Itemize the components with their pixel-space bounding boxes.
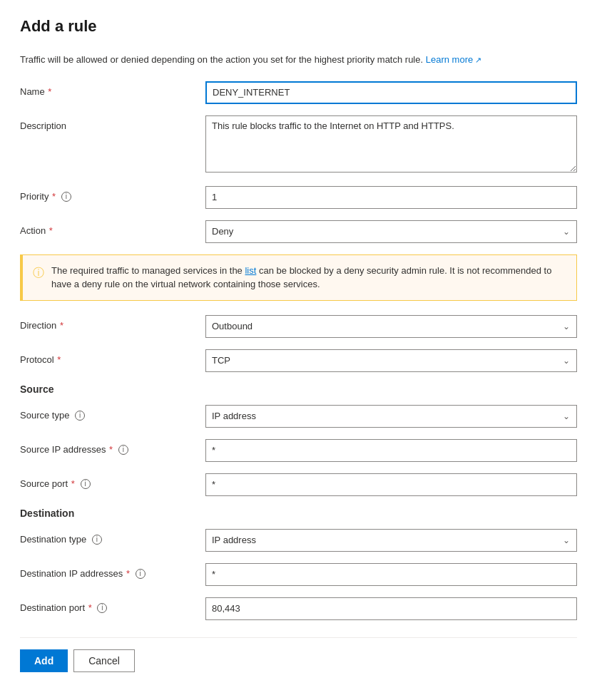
dest-port-control (205, 597, 577, 620)
direction-label: Direction * (20, 315, 205, 332)
warning-box: ⓘ The required traffic to managed servic… (20, 254, 577, 301)
source-type-select-wrapper: IP address Service tag ⌄ (205, 405, 577, 428)
action-label: Action * (20, 220, 205, 237)
protocol-required-marker: * (55, 354, 61, 365)
direction-select[interactable]: Inbound Outbound (205, 315, 577, 338)
source-port-row: Source port * i (20, 473, 577, 496)
dest-type-select[interactable]: IP address Service tag (205, 529, 577, 552)
direction-row: Direction * Inbound Outbound ⌄ (20, 315, 577, 338)
source-type-row: Source type i IP address Service tag ⌄ (20, 405, 577, 428)
page-title: Add a rule (20, 17, 577, 36)
dest-ip-info-icon[interactable]: i (136, 569, 146, 579)
dest-port-label: Destination port * i (20, 597, 205, 614)
protocol-control: Any TCP UDP ICMP ⌄ (205, 349, 577, 372)
protocol-label: Protocol * (20, 349, 205, 366)
name-input[interactable] (205, 81, 577, 104)
action-select[interactable]: Allow Deny Always Allow (205, 220, 577, 243)
source-ip-row: Source IP addresses * i (20, 439, 577, 462)
warning-text: The required traffic to managed services… (51, 264, 566, 292)
source-ip-control (205, 439, 577, 462)
source-ip-info-icon[interactable]: i (118, 445, 128, 455)
name-control (205, 81, 577, 104)
direction-control: Inbound Outbound ⌄ (205, 315, 577, 338)
dest-ip-row: Destination IP addresses * i (20, 563, 577, 586)
add-button[interactable]: Add (20, 649, 68, 672)
dest-type-select-wrapper: IP address Service tag ⌄ (205, 529, 577, 552)
warning-icon: ⓘ (33, 264, 44, 282)
protocol-select[interactable]: Any TCP UDP ICMP (205, 349, 577, 372)
source-port-control (205, 473, 577, 496)
warning-list-link[interactable]: list (245, 265, 256, 276)
source-ip-label: Source IP addresses * i (20, 439, 205, 456)
source-ip-required-marker: * (106, 444, 113, 455)
learn-more-link[interactable]: Learn more↗ (426, 54, 481, 65)
dest-type-row: Destination type i IP address Service ta… (20, 529, 577, 552)
source-port-info-icon[interactable]: i (81, 479, 91, 489)
destination-section-header: Destination (20, 508, 577, 519)
dest-ip-control (205, 563, 577, 586)
priority-required-marker: * (49, 191, 56, 202)
description-textarea[interactable]: This rule blocks traffic to the Internet… (205, 115, 577, 173)
dest-port-input[interactable] (205, 597, 577, 620)
protocol-row: Protocol * Any TCP UDP ICMP ⌄ (20, 349, 577, 372)
name-label: Name * (20, 81, 205, 98)
source-type-label: Source type i (20, 405, 205, 422)
info-description: Traffic will be allowed or denied depend… (20, 53, 577, 67)
dest-type-control: IP address Service tag ⌄ (205, 529, 577, 552)
action-row: Action * Allow Deny Always Allow ⌄ (20, 220, 577, 243)
name-required-marker: * (46, 86, 52, 97)
dest-port-row: Destination port * i (20, 597, 577, 620)
dest-ip-input[interactable] (205, 563, 577, 586)
source-ip-input[interactable] (205, 439, 577, 462)
source-port-input[interactable] (205, 473, 577, 496)
description-control: This rule blocks traffic to the Internet… (205, 115, 577, 175)
priority-label: Priority * i (20, 186, 205, 203)
description-label: Description (20, 115, 205, 133)
action-control: Allow Deny Always Allow ⌄ (205, 220, 577, 243)
cancel-button[interactable]: Cancel (73, 649, 135, 672)
direction-select-wrapper: Inbound Outbound ⌄ (205, 315, 577, 338)
dest-port-required-marker: * (86, 602, 92, 613)
source-type-info-icon[interactable]: i (75, 411, 85, 421)
protocol-select-wrapper: Any TCP UDP ICMP ⌄ (205, 349, 577, 372)
action-required-marker: * (46, 225, 53, 236)
action-select-wrapper: Allow Deny Always Allow ⌄ (205, 220, 577, 243)
source-port-label: Source port * i (20, 473, 205, 490)
priority-row: Priority * i (20, 186, 577, 209)
priority-info-icon[interactable]: i (61, 192, 71, 202)
external-link-icon: ↗ (475, 56, 481, 64)
source-section-header: Source (20, 384, 577, 395)
source-port-required-marker: * (68, 478, 75, 489)
source-type-select[interactable]: IP address Service tag (205, 405, 577, 428)
name-row: Name * (20, 81, 577, 104)
dest-type-label: Destination type i (20, 529, 205, 546)
priority-control (205, 186, 577, 209)
dest-type-info-icon[interactable]: i (92, 535, 102, 545)
dest-ip-required-marker: * (123, 568, 130, 579)
dest-ip-label: Destination IP addresses * i (20, 563, 205, 580)
priority-input[interactable] (205, 186, 577, 209)
direction-required-marker: * (57, 320, 63, 331)
source-type-control: IP address Service tag ⌄ (205, 405, 577, 428)
dest-port-info-icon[interactable]: i (97, 603, 107, 613)
button-row: Add Cancel (20, 637, 577, 672)
description-row: Description This rule blocks traffic to … (20, 115, 577, 175)
